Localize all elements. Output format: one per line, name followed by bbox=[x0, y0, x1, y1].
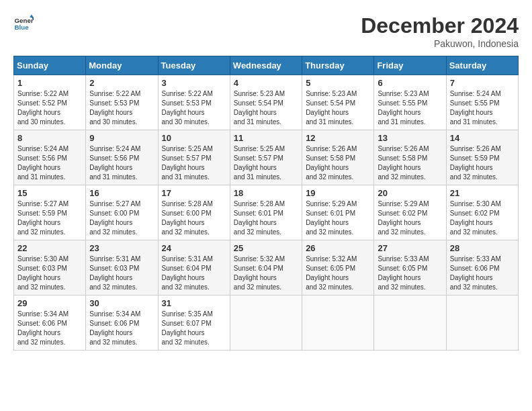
day-info: Sunrise: 5:22 AM Sunset: 5:53 PM Dayligh… bbox=[89, 89, 154, 127]
week-row-2: 8 Sunrise: 5:24 AM Sunset: 5:56 PM Dayli… bbox=[14, 130, 519, 185]
day-info: Sunrise: 5:27 AM Sunset: 5:59 PM Dayligh… bbox=[17, 199, 82, 237]
calendar-cell: 16 Sunrise: 5:27 AM Sunset: 6:00 PM Dayl… bbox=[86, 185, 158, 240]
day-info: Sunrise: 5:26 AM Sunset: 5:58 PM Dayligh… bbox=[306, 144, 370, 182]
day-number: 21 bbox=[450, 188, 515, 198]
day-info: Sunrise: 5:25 AM Sunset: 5:57 PM Dayligh… bbox=[162, 144, 226, 182]
calendar-cell: 31 Sunrise: 5:35 AM Sunset: 6:07 PM Dayl… bbox=[158, 295, 230, 351]
calendar-cell: 9 Sunrise: 5:24 AM Sunset: 5:56 PM Dayli… bbox=[86, 130, 158, 185]
calendar-cell: 13 Sunrise: 5:26 AM Sunset: 5:58 PM Dayl… bbox=[374, 130, 446, 185]
calendar-cell: 26 Sunrise: 5:32 AM Sunset: 6:05 PM Dayl… bbox=[302, 240, 374, 295]
day-number: 17 bbox=[162, 188, 226, 198]
day-header-sunday: Sunday bbox=[14, 56, 86, 75]
day-number: 30 bbox=[89, 298, 154, 308]
day-info: Sunrise: 5:30 AM Sunset: 6:02 PM Dayligh… bbox=[450, 199, 515, 237]
day-info: Sunrise: 5:32 AM Sunset: 6:04 PM Dayligh… bbox=[234, 255, 298, 292]
calendar-cell: 28 Sunrise: 5:33 AM Sunset: 6:06 PM Dayl… bbox=[446, 240, 518, 295]
day-number: 23 bbox=[89, 243, 154, 253]
day-number: 6 bbox=[378, 78, 442, 88]
day-info: Sunrise: 5:34 AM Sunset: 6:06 PM Dayligh… bbox=[89, 310, 154, 347]
day-number: 18 bbox=[234, 188, 298, 198]
day-number: 14 bbox=[450, 133, 515, 143]
calendar-cell: 25 Sunrise: 5:32 AM Sunset: 6:04 PM Dayl… bbox=[230, 240, 302, 295]
day-info: Sunrise: 5:24 AM Sunset: 5:56 PM Dayligh… bbox=[17, 144, 82, 182]
day-info: Sunrise: 5:29 AM Sunset: 6:01 PM Dayligh… bbox=[306, 199, 370, 237]
calendar-cell: 29 Sunrise: 5:34 AM Sunset: 6:06 PM Dayl… bbox=[14, 295, 86, 351]
week-row-5: 29 Sunrise: 5:34 AM Sunset: 6:06 PM Dayl… bbox=[14, 295, 519, 351]
day-number: 1 bbox=[17, 78, 82, 88]
calendar-cell: 20 Sunrise: 5:29 AM Sunset: 6:02 PM Dayl… bbox=[374, 185, 446, 240]
day-info: Sunrise: 5:28 AM Sunset: 6:01 PM Dayligh… bbox=[234, 199, 298, 237]
month-title: December 2024 bbox=[361, 13, 519, 38]
day-info: Sunrise: 5:22 AM Sunset: 5:52 PM Dayligh… bbox=[17, 89, 82, 127]
day-info: Sunrise: 5:31 AM Sunset: 6:04 PM Dayligh… bbox=[162, 255, 226, 292]
day-number: 10 bbox=[162, 133, 226, 143]
day-number: 15 bbox=[17, 188, 82, 198]
day-number: 28 bbox=[450, 243, 515, 253]
day-number: 22 bbox=[17, 243, 82, 253]
day-number: 16 bbox=[89, 188, 154, 198]
day-header-friday: Friday bbox=[374, 56, 446, 75]
day-header-monday: Monday bbox=[86, 56, 158, 75]
calendar-cell: 2 Sunrise: 5:22 AM Sunset: 5:53 PM Dayli… bbox=[86, 75, 158, 130]
week-row-3: 15 Sunrise: 5:27 AM Sunset: 5:59 PM Dayl… bbox=[14, 185, 519, 240]
calendar-cell: 19 Sunrise: 5:29 AM Sunset: 6:01 PM Dayl… bbox=[302, 185, 374, 240]
title-block: December 2024 Pakuwon, Indonesia bbox=[361, 13, 519, 49]
day-info: Sunrise: 5:23 AM Sunset: 5:55 PM Dayligh… bbox=[378, 89, 442, 127]
day-number: 20 bbox=[378, 188, 442, 198]
day-number: 3 bbox=[162, 78, 226, 88]
day-number: 12 bbox=[306, 133, 370, 143]
calendar-cell: 10 Sunrise: 5:25 AM Sunset: 5:57 PM Dayl… bbox=[158, 130, 230, 185]
calendar-cell: 6 Sunrise: 5:23 AM Sunset: 5:55 PM Dayli… bbox=[374, 75, 446, 130]
day-number: 9 bbox=[89, 133, 154, 143]
calendar-cell: 7 Sunrise: 5:24 AM Sunset: 5:55 PM Dayli… bbox=[446, 75, 518, 130]
day-number: 5 bbox=[306, 78, 370, 88]
calendar-cell: 30 Sunrise: 5:34 AM Sunset: 6:06 PM Dayl… bbox=[86, 295, 158, 351]
calendar-cell: 24 Sunrise: 5:31 AM Sunset: 6:04 PM Dayl… bbox=[158, 240, 230, 295]
day-info: Sunrise: 5:32 AM Sunset: 6:05 PM Dayligh… bbox=[306, 255, 370, 292]
calendar-cell: 4 Sunrise: 5:23 AM Sunset: 5:54 PM Dayli… bbox=[230, 75, 302, 130]
week-row-4: 22 Sunrise: 5:30 AM Sunset: 6:03 PM Dayl… bbox=[14, 240, 519, 295]
day-number: 26 bbox=[306, 243, 370, 253]
calendar-cell: 27 Sunrise: 5:33 AM Sunset: 6:05 PM Dayl… bbox=[374, 240, 446, 295]
day-info: Sunrise: 5:27 AM Sunset: 6:00 PM Dayligh… bbox=[89, 199, 154, 237]
day-info: Sunrise: 5:26 AM Sunset: 5:58 PM Dayligh… bbox=[378, 144, 442, 182]
calendar-cell: 3 Sunrise: 5:22 AM Sunset: 5:53 PM Dayli… bbox=[158, 75, 230, 130]
day-header-wednesday: Wednesday bbox=[230, 56, 302, 75]
day-number: 27 bbox=[378, 243, 442, 253]
day-header-saturday: Saturday bbox=[446, 56, 518, 75]
day-number: 13 bbox=[378, 133, 442, 143]
calendar-cell bbox=[446, 295, 518, 351]
day-number: 7 bbox=[450, 78, 515, 88]
day-info: Sunrise: 5:23 AM Sunset: 5:54 PM Dayligh… bbox=[306, 89, 370, 127]
logo-icon: General Blue bbox=[13, 13, 34, 34]
day-number: 19 bbox=[306, 188, 370, 198]
day-info: Sunrise: 5:35 AM Sunset: 6:07 PM Dayligh… bbox=[162, 310, 226, 347]
day-number: 4 bbox=[234, 78, 298, 88]
day-info: Sunrise: 5:31 AM Sunset: 6:03 PM Dayligh… bbox=[89, 255, 154, 292]
calendar-cell: 23 Sunrise: 5:31 AM Sunset: 6:03 PM Dayl… bbox=[86, 240, 158, 295]
page-header: General Blue General Blue December 2024 … bbox=[13, 13, 519, 49]
day-number: 2 bbox=[89, 78, 154, 88]
day-info: Sunrise: 5:33 AM Sunset: 6:05 PM Dayligh… bbox=[378, 255, 442, 292]
day-info: Sunrise: 5:23 AM Sunset: 5:54 PM Dayligh… bbox=[234, 89, 298, 127]
day-info: Sunrise: 5:29 AM Sunset: 6:02 PM Dayligh… bbox=[378, 199, 442, 237]
week-row-1: 1 Sunrise: 5:22 AM Sunset: 5:52 PM Dayli… bbox=[14, 75, 519, 130]
day-number: 11 bbox=[234, 133, 298, 143]
day-number: 24 bbox=[162, 243, 226, 253]
day-number: 31 bbox=[162, 298, 226, 308]
day-info: Sunrise: 5:28 AM Sunset: 6:00 PM Dayligh… bbox=[162, 199, 226, 237]
logo: General Blue General Blue bbox=[13, 13, 34, 34]
day-header-thursday: Thursday bbox=[302, 56, 374, 75]
calendar-cell: 1 Sunrise: 5:22 AM Sunset: 5:52 PM Dayli… bbox=[14, 75, 86, 130]
day-info: Sunrise: 5:33 AM Sunset: 6:06 PM Dayligh… bbox=[450, 255, 515, 292]
calendar-cell: 11 Sunrise: 5:25 AM Sunset: 5:57 PM Dayl… bbox=[230, 130, 302, 185]
day-number: 25 bbox=[234, 243, 298, 253]
header-row: SundayMondayTuesdayWednesdayThursdayFrid… bbox=[14, 56, 519, 75]
calendar-table: SundayMondayTuesdayWednesdayThursdayFrid… bbox=[13, 56, 519, 351]
svg-text:General: General bbox=[15, 17, 34, 24]
calendar-cell: 8 Sunrise: 5:24 AM Sunset: 5:56 PM Dayli… bbox=[14, 130, 86, 185]
day-info: Sunrise: 5:24 AM Sunset: 5:56 PM Dayligh… bbox=[89, 144, 154, 182]
svg-text:Blue: Blue bbox=[15, 24, 30, 31]
day-info: Sunrise: 5:30 AM Sunset: 6:03 PM Dayligh… bbox=[17, 255, 82, 292]
calendar-cell: 15 Sunrise: 5:27 AM Sunset: 5:59 PM Dayl… bbox=[14, 185, 86, 240]
